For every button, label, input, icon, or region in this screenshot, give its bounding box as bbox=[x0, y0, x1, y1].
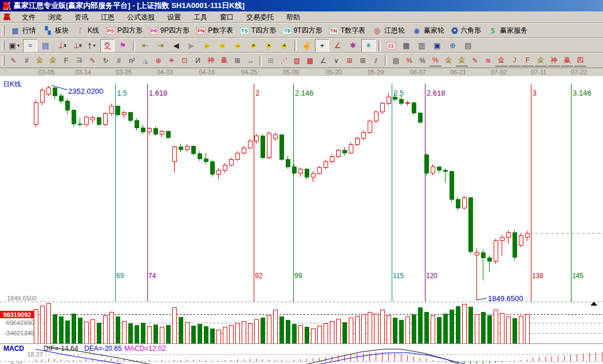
prev-page-button[interactable]: ◀ bbox=[169, 39, 183, 53]
winner-service-button[interactable]: $赢家服务 bbox=[484, 25, 531, 37]
wave-marks-tool-button[interactable]: И bbox=[192, 55, 204, 66]
winner-wheel-button[interactable]: ◉赢家轮 bbox=[408, 25, 448, 37]
angle-measure-tool-button[interactable]: ∠ bbox=[330, 39, 345, 53]
num-grid-tool-button[interactable]: ⊞ bbox=[231, 55, 243, 66]
chart-9-button[interactable]: ⊥9 bbox=[69, 39, 84, 53]
menu-window[interactable]: 窗口 bbox=[214, 11, 240, 23]
n2-ruler-button[interactable]: n² bbox=[126, 55, 138, 66]
percent-lines-tool-button[interactable]: % bbox=[429, 54, 442, 66]
menu-trade-entrust[interactable]: 交易委托 bbox=[240, 11, 280, 23]
f-angle-tool-button[interactable]: F bbox=[522, 54, 534, 66]
diamond-leftright-button[interactable]: ◆↔ bbox=[231, 39, 245, 53]
diamond-expand-2-button[interactable]: ◆+ bbox=[262, 39, 276, 53]
bars-percent-tool-button[interactable]: ▤ bbox=[390, 55, 402, 66]
t-number-table-button[interactable]: TNT数字表 bbox=[326, 25, 369, 37]
flag-tool-button[interactable]: ⚑ bbox=[116, 39, 130, 53]
chart-3-button[interactable]: ⊥3 bbox=[54, 39, 68, 53]
shen-angle-tool-button[interactable]: 神 bbox=[548, 54, 560, 66]
volume-scale-low: 34821345 bbox=[6, 330, 34, 337]
chart-area[interactable]: 日K线 1.5691.618742922.146992.51152.618120… bbox=[0, 76, 603, 364]
9p-square-button[interactable]: P99P四方形 bbox=[146, 25, 193, 37]
notes-tool-button[interactable]: ▥ bbox=[415, 39, 429, 53]
wave-percent-tool-button[interactable]: ≋ bbox=[482, 55, 494, 66]
grid-black-tool-button[interactable]: ⊞ bbox=[357, 55, 369, 66]
gold-ruler-2-button[interactable]: 金 bbox=[47, 55, 59, 66]
crosshair-tool-icon: + bbox=[320, 41, 325, 50]
t-square-button[interactable]: TST四方形 bbox=[237, 25, 279, 37]
menu-gann[interactable]: 江恩 bbox=[94, 11, 121, 23]
si-angle-tool-button[interactable]: 四 bbox=[574, 54, 586, 66]
calendar-tool-button[interactable]: 21 bbox=[384, 39, 398, 53]
diamond-expand-1-button[interactable]: ◆+ bbox=[246, 39, 261, 53]
shen-grid-tool-button[interactable]: 神 bbox=[205, 55, 217, 66]
diamond-left-button[interactable]: ◆← bbox=[200, 39, 214, 53]
world-clock-tool-button[interactable]: ⊕ bbox=[446, 39, 460, 53]
hatch-box-tool-button[interactable]: ▨ bbox=[291, 55, 303, 66]
time-ruler-button[interactable]: ヨ bbox=[73, 55, 85, 66]
menu-formula-stock-pick[interactable]: 公式选股 bbox=[121, 11, 161, 23]
span-arrows-tool-button[interactable]: ↔ bbox=[245, 55, 257, 66]
menu-news[interactable]: 资讯 bbox=[68, 11, 94, 23]
svg-text:74: 74 bbox=[148, 272, 156, 280]
pen-flag-tool-button[interactable]: ✎ bbox=[469, 55, 481, 66]
hexagon-button[interactable]: 六角形 bbox=[448, 25, 484, 37]
gann-wheel-button[interactable]: ◎江恩轮 bbox=[369, 25, 408, 37]
hand-tool-button[interactable]: ✌ bbox=[299, 39, 314, 53]
star-grid-tool-button[interactable]: ✳ bbox=[165, 55, 178, 66]
ying-angle-tool-button[interactable]: 赢 bbox=[561, 54, 573, 66]
crosshair-tool-button[interactable]: + bbox=[315, 39, 329, 53]
print-tool-button[interactable]: ▤ bbox=[461, 39, 475, 53]
diamond-right-button[interactable]: ◆→ bbox=[215, 39, 230, 53]
gold-angle-tool-button[interactable]: 金 bbox=[535, 54, 547, 66]
grid-red-tool-button[interactable]: ⊞ bbox=[344, 55, 356, 66]
p-number-table-button[interactable]: PNP数字表 bbox=[193, 25, 237, 37]
menu-browse[interactable]: 浏览 bbox=[42, 11, 68, 23]
cycle-tool-button[interactable]: ↻ bbox=[100, 55, 112, 66]
strike-percent-tool-button[interactable]: % bbox=[403, 55, 415, 66]
diamond-expand-3-button[interactable]: ◆+ bbox=[277, 39, 291, 53]
box-tool-button[interactable]: ⊞ bbox=[265, 55, 277, 66]
quote-button[interactable]: ▦行情 bbox=[7, 25, 40, 37]
slant-lines-tool-button[interactable]: ⫽ bbox=[370, 55, 382, 66]
pen-ruler-button[interactable]: ✎ bbox=[86, 55, 98, 66]
menu-help[interactable]: 帮助 bbox=[280, 11, 306, 23]
j-angle-tool-button[interactable]: J bbox=[509, 54, 521, 66]
next-page-button[interactable]: ▶ bbox=[184, 39, 199, 53]
network-tool-button[interactable]: ✳ bbox=[361, 39, 376, 53]
circle-cross-tool-button[interactable]: ⊕ bbox=[152, 55, 164, 66]
last-page-button[interactable]: ⇥ bbox=[153, 39, 168, 53]
menu-tools[interactable]: 工具 bbox=[187, 11, 214, 23]
angle-a-tool-button[interactable]: ◮ bbox=[139, 55, 151, 66]
ying-grid-tool-button[interactable]: 赢 bbox=[218, 55, 230, 66]
candle-style-button[interactable]: †▼ bbox=[85, 39, 99, 53]
box-grid-tool-button[interactable]: ⊡ bbox=[179, 55, 191, 66]
first-page-button[interactable]: ⇤ bbox=[138, 39, 152, 53]
save-tool-button[interactable]: ▣ bbox=[430, 39, 444, 53]
window-split-button[interactable]: ▣▼ bbox=[7, 39, 22, 53]
gold-lines-red-tool-button[interactable]: 金 bbox=[495, 54, 507, 66]
gann-marker-button[interactable]: 爻 bbox=[100, 39, 115, 53]
gold-ruler-1-button[interactable]: 金 bbox=[34, 55, 46, 66]
info-panel-button[interactable]: ▤ bbox=[38, 39, 53, 53]
gold-circle-tool-button[interactable]: 金 bbox=[443, 55, 455, 66]
gold-lines-tool-button[interactable]: 金 bbox=[456, 54, 468, 66]
p-square-button[interactable]: PSP四方形 bbox=[103, 25, 146, 37]
calculator-tool-button[interactable]: ▦ bbox=[399, 39, 413, 53]
zigzag-tool-button[interactable]: ≈ bbox=[23, 39, 37, 53]
sector-button[interactable]: ▚板块 bbox=[40, 25, 72, 37]
check-lines-tool-button[interactable]: ∨ bbox=[330, 55, 342, 66]
flower-tool-button[interactable]: ✱ bbox=[346, 39, 360, 53]
grid-ruler-button[interactable]: # bbox=[21, 55, 33, 66]
9t-square-button[interactable]: T99T四方形 bbox=[279, 25, 326, 37]
menu-settings[interactable]: 设置 bbox=[161, 11, 187, 23]
percent-tool-button[interactable]: % bbox=[416, 55, 428, 66]
angle-lines-tool-button[interactable]: ∠ bbox=[317, 55, 329, 66]
brush-tool-button[interactable]: ✎ bbox=[7, 55, 19, 66]
plain-ruler-button[interactable]: # bbox=[113, 55, 125, 66]
menu-file[interactable]: 文件 bbox=[15, 11, 42, 23]
kline-button[interactable]: ᛚK线 bbox=[72, 25, 103, 37]
fan-lines-tool-button[interactable]: ⋰ bbox=[278, 55, 290, 66]
weave-box-tool-button[interactable]: ▩ bbox=[304, 55, 316, 66]
f-ruler-button[interactable]: F bbox=[60, 55, 72, 66]
kline-chart-svg[interactable]: 1.5691.618742922.146992.51152.6181203138… bbox=[0, 76, 603, 364]
